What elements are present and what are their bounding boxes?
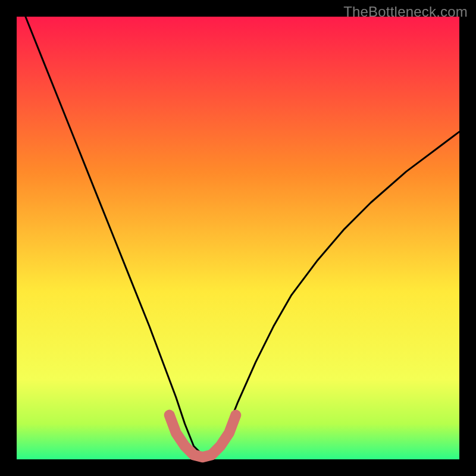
- bottleneck-chart: [0, 0, 476, 476]
- watermark-text: TheBottleneck.com: [343, 4, 468, 20]
- plot-background: [17, 17, 459, 459]
- chart-frame: { "watermark": "TheBottleneck.com", "col…: [0, 0, 476, 476]
